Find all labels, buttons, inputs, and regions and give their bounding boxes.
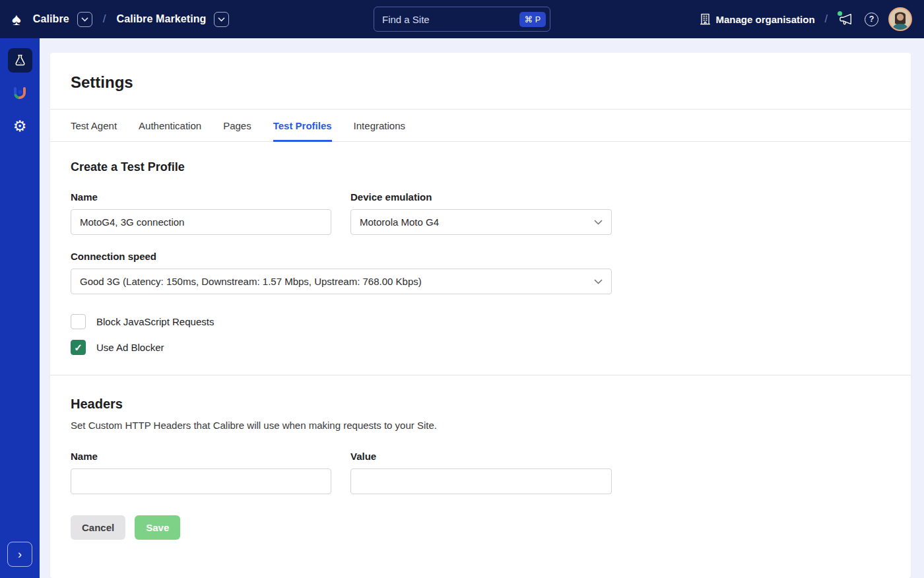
settings-tabs: Test Agent Authentication Pages Test Pro…: [50, 109, 911, 142]
notification-dot: [838, 11, 842, 16]
chevron-down-icon: [594, 279, 603, 284]
sidebar-item-tests[interactable]: [8, 48, 32, 73]
tab-integrations[interactable]: Integrations: [354, 110, 405, 142]
device-emulation-value: Motorola Moto G4: [360, 216, 439, 228]
chevron-right-icon: ›: [18, 548, 22, 562]
tab-authentication[interactable]: Authentication: [139, 110, 201, 142]
connection-speed-value: Good 3G (Latency: 150ms, Downstream: 1.5…: [80, 276, 422, 287]
save-button[interactable]: Save: [135, 515, 180, 540]
announcements-button[interactable]: [838, 11, 855, 28]
search-shortcut-badge: ⌘ P: [519, 12, 546, 27]
headers-heading: Headers: [71, 397, 890, 412]
sidebar-item-settings[interactable]: ⚙: [8, 114, 32, 139]
headers-section: Headers Set Custom HTTP Headers that Cal…: [50, 375, 911, 560]
help-button[interactable]: ?: [865, 13, 878, 26]
sidebar-item-pulse[interactable]: [8, 81, 32, 106]
calibre-logo-icon: ♠: [12, 11, 21, 28]
org-name[interactable]: Calibre: [33, 13, 69, 25]
create-test-profile-section: Create a Test Profile Name Device emulat…: [50, 142, 911, 375]
headers-description: Set Custom HTTP Headers that Calibre wil…: [71, 420, 890, 431]
user-avatar[interactable]: [888, 7, 912, 31]
avatar-image: [890, 9, 911, 30]
main-content: Settings Test Agent Authentication Pages…: [40, 38, 924, 578]
tab-test-profiles[interactable]: Test Profiles: [273, 110, 332, 142]
site-name[interactable]: Calibre Marketing: [117, 13, 207, 25]
breadcrumb-separator: /: [100, 13, 109, 26]
device-emulation-label: Device emulation: [350, 191, 612, 203]
block-js-checkbox[interactable]: [71, 314, 86, 329]
chevron-down-icon: [81, 17, 88, 22]
site-switcher-button[interactable]: [214, 12, 229, 27]
building-icon: [700, 13, 711, 25]
question-mark-icon: ?: [869, 15, 874, 24]
block-js-label: Block JavaScript Requests: [96, 316, 214, 327]
chevron-down-icon: [218, 17, 225, 22]
gear-icon: ⚙: [13, 119, 27, 134]
check-icon: ✓: [74, 342, 82, 354]
block-js-checkbox-row[interactable]: Block JavaScript Requests: [71, 314, 890, 329]
flask-icon: [13, 53, 27, 67]
header-value-input[interactable]: [350, 468, 612, 494]
find-site-search[interactable]: ⌘ P: [374, 7, 550, 32]
ad-blocker-checkbox[interactable]: ✓: [71, 340, 86, 355]
device-emulation-select[interactable]: Motorola Moto G4: [350, 209, 612, 235]
name-label: Name: [71, 191, 331, 203]
header-value-label: Value: [350, 451, 612, 462]
search-input[interactable]: [382, 14, 519, 25]
settings-card: Settings Test Agent Authentication Pages…: [50, 53, 911, 578]
tab-pages[interactable]: Pages: [223, 110, 251, 142]
section-heading: Create a Test Profile: [71, 160, 890, 174]
sidebar-expand-button[interactable]: ›: [7, 542, 32, 567]
connection-speed-label: Connection speed: [71, 251, 890, 262]
ad-blocker-checkbox-row[interactable]: ✓ Use Ad Blocker: [71, 340, 890, 355]
cancel-button[interactable]: Cancel: [71, 515, 125, 540]
org-switcher-button[interactable]: [77, 12, 92, 27]
connection-speed-select[interactable]: Good 3G (Latency: 150ms, Downstream: 1.5…: [71, 269, 612, 294]
manage-organisation-button[interactable]: Manage organisation: [700, 13, 815, 25]
header-name-label: Name: [71, 451, 331, 462]
top-navbar: ♠ Calibre / Calibre Marketing ⌘ P Manage…: [0, 0, 924, 38]
ad-blocker-label: Use Ad Blocker: [96, 342, 164, 353]
left-sidebar: ⚙ ›: [0, 38, 40, 578]
header-name-input[interactable]: [71, 468, 331, 494]
u-brand-icon: [13, 86, 27, 101]
chevron-down-icon: [594, 220, 603, 225]
profile-name-input[interactable]: [71, 209, 331, 235]
manage-organisation-label: Manage organisation: [716, 14, 815, 25]
page-title: Settings: [71, 73, 890, 92]
nav-separator: /: [825, 13, 828, 25]
tab-test-agent[interactable]: Test Agent: [71, 110, 117, 142]
